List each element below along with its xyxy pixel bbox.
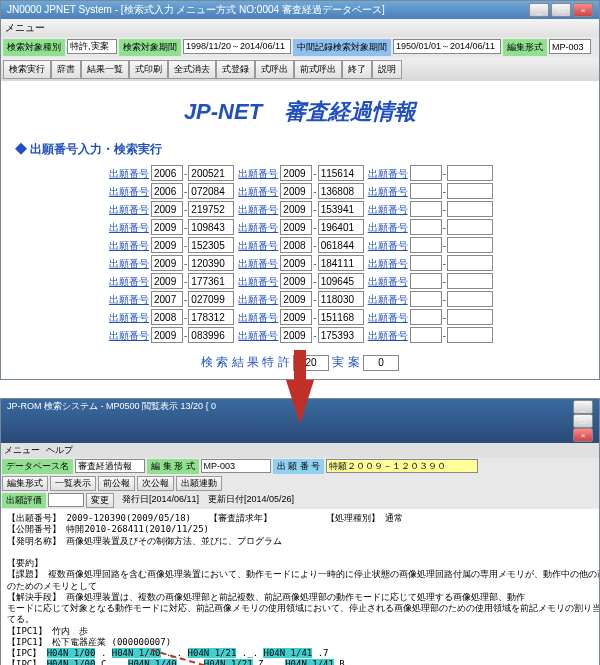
num-input[interactable] <box>447 255 493 271</box>
btn-一覧表示[interactable]: 一覧表示 <box>50 476 96 491</box>
year-input[interactable] <box>280 165 312 181</box>
maximize-button[interactable]: □ <box>551 3 571 17</box>
num-input[interactable] <box>318 291 364 307</box>
year-input[interactable] <box>280 255 312 271</box>
num-input[interactable] <box>447 327 493 343</box>
upper-window: JN0000 JPNET System - [検索式入力 メニュー方式 NO:0… <box>0 0 600 380</box>
toolbar-btn-終了[interactable]: 終了 <box>342 60 372 79</box>
num-input[interactable] <box>447 201 493 217</box>
year-input[interactable] <box>151 309 183 325</box>
btn-次公報[interactable]: 次公報 <box>137 476 174 491</box>
num-input[interactable] <box>188 201 234 217</box>
num-input[interactable] <box>447 309 493 325</box>
year-input[interactable] <box>151 273 183 289</box>
res-val2[interactable] <box>363 355 399 371</box>
inp-fmt2[interactable] <box>201 459 271 473</box>
year-input[interactable] <box>410 183 442 199</box>
year-input[interactable] <box>410 291 442 307</box>
inp-period[interactable] <box>183 39 291 54</box>
maximize-button-2[interactable]: □ <box>573 414 593 428</box>
close-button[interactable]: × <box>573 3 593 17</box>
inp-type[interactable] <box>67 39 117 54</box>
num-input[interactable] <box>447 291 493 307</box>
inp-eval[interactable] <box>48 493 84 507</box>
field-label: 出願番号 <box>236 330 280 341</box>
year-input[interactable] <box>280 309 312 325</box>
btn-編集形式[interactable]: 編集形式 <box>2 476 48 491</box>
num-input[interactable] <box>318 183 364 199</box>
num-input[interactable] <box>318 327 364 343</box>
year-input[interactable] <box>151 237 183 253</box>
menu-2a[interactable]: メニュー <box>4 444 40 457</box>
year-input[interactable] <box>410 327 442 343</box>
minimize-button[interactable]: _ <box>529 3 549 17</box>
num-input[interactable] <box>318 201 364 217</box>
year-input[interactable] <box>410 255 442 271</box>
toolbar-btn-式呼出[interactable]: 式呼出 <box>255 60 294 79</box>
num-input[interactable] <box>318 219 364 235</box>
year-input[interactable] <box>410 165 442 181</box>
year-input[interactable] <box>151 201 183 217</box>
num-input[interactable] <box>188 255 234 271</box>
year-input[interactable] <box>410 309 442 325</box>
inp-mid[interactable] <box>393 39 501 54</box>
toolbar-btn-式登録[interactable]: 式登録 <box>216 60 255 79</box>
year-input[interactable] <box>280 183 312 199</box>
field-label: 出願番号 <box>107 258 151 269</box>
btn-前公報[interactable]: 前公報 <box>98 476 135 491</box>
num-input[interactable] <box>188 237 234 253</box>
year-input[interactable] <box>151 327 183 343</box>
year-input[interactable] <box>280 327 312 343</box>
year-input[interactable] <box>151 219 183 235</box>
num-input[interactable] <box>318 309 364 325</box>
year-input[interactable] <box>151 165 183 181</box>
num-input[interactable] <box>188 291 234 307</box>
num-input[interactable] <box>188 273 234 289</box>
num-input[interactable] <box>318 255 364 271</box>
year-input[interactable] <box>410 273 442 289</box>
num-input[interactable] <box>447 237 493 253</box>
inp-fmt[interactable] <box>549 39 591 54</box>
num-input[interactable] <box>447 183 493 199</box>
num-input[interactable] <box>447 273 493 289</box>
num-input[interactable] <box>188 165 234 181</box>
lbl-fmt: 編集形式 <box>503 39 547 56</box>
year-input[interactable] <box>151 183 183 199</box>
inp-app[interactable] <box>326 459 478 473</box>
num-input[interactable] <box>188 309 234 325</box>
toolbar-btn-全式消去[interactable]: 全式消去 <box>168 60 216 79</box>
menu-2b[interactable]: ヘルプ <box>46 444 73 457</box>
year-input[interactable] <box>280 219 312 235</box>
change-button[interactable]: 変更 <box>86 493 114 508</box>
year-input[interactable] <box>280 273 312 289</box>
btn-出願連動[interactable]: 出願連動 <box>176 476 222 491</box>
year-input[interactable] <box>151 255 183 271</box>
toolbar-btn-説明[interactable]: 説明 <box>372 60 402 79</box>
toolbar-btn-結果一覧[interactable]: 結果一覧 <box>81 60 129 79</box>
toolbar-btn-検索実行[interactable]: 検索実行 <box>3 60 51 79</box>
year-input[interactable] <box>410 201 442 217</box>
year-input[interactable] <box>151 291 183 307</box>
year-input[interactable] <box>410 237 442 253</box>
year-input[interactable] <box>280 237 312 253</box>
field-label: 出願番号 <box>107 168 151 179</box>
toolbar-btn-辞書[interactable]: 辞書 <box>51 60 81 79</box>
num-input[interactable] <box>447 165 493 181</box>
year-input[interactable] <box>280 291 312 307</box>
menu-main[interactable]: メニュー <box>5 22 45 33</box>
minimize-button-2[interactable]: _ <box>573 400 593 414</box>
num-input[interactable] <box>188 219 234 235</box>
num-input[interactable] <box>318 237 364 253</box>
close-button-2[interactable]: × <box>573 428 593 442</box>
num-input[interactable] <box>318 273 364 289</box>
num-input[interactable] <box>188 327 234 343</box>
toolbar-btn-前式呼出[interactable]: 前式呼出 <box>294 60 342 79</box>
section-heading: ◆ 出願番号入力・検索実行 <box>15 141 585 158</box>
toolbar-btn-式印刷[interactable]: 式印刷 <box>129 60 168 79</box>
year-input[interactable] <box>280 201 312 217</box>
year-input[interactable] <box>410 219 442 235</box>
num-input[interactable] <box>447 219 493 235</box>
inp-db[interactable] <box>75 459 145 473</box>
num-input[interactable] <box>188 183 234 199</box>
num-input[interactable] <box>318 165 364 181</box>
